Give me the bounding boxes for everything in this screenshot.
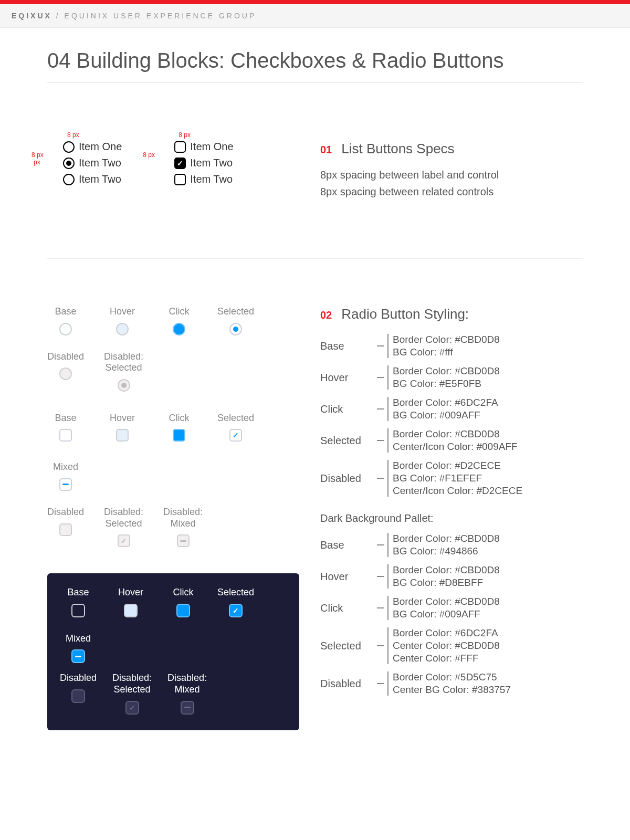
spec-state-name: Disabled: [320, 458, 373, 499]
brace-icon: [377, 669, 388, 698]
dark-checkbox-hover[interactable]: [124, 604, 138, 617]
radio-unchecked-icon[interactable]: [63, 141, 75, 153]
spec-line: Border Color: #D2CECE: [393, 460, 522, 471]
anno-8px-horiz: 8 px: [178, 131, 191, 139]
spec-lines: Border Color: #6DC2FACenter Color: #CBD0…: [393, 625, 500, 666]
checkbox-checked-icon[interactable]: [174, 158, 186, 169]
spec-lines: Border Color: #CBD0D8BG Color: #D8EBFF: [393, 562, 500, 591]
dark-background-panel: Base Hover Click Selected Mixed Disabled…: [47, 573, 299, 730]
checkbox-row[interactable]: Item One: [174, 141, 233, 153]
brace-icon: [377, 562, 388, 591]
dark-checkbox-base[interactable]: [71, 604, 85, 617]
checkbox-row[interactable]: Item Two: [174, 157, 233, 169]
spec-row: DisabledBorder Color: #D2CECEBG Color: #…: [320, 458, 583, 499]
checkbox-disabled-grid: Disabled Disabled: Selected Disabled: Mi…: [47, 507, 299, 547]
spec-line: Center Color: #FFF: [393, 653, 500, 664]
spec-row: ClickBorder Color: #CBD0D8BG Color: #009…: [320, 594, 583, 622]
spec-line: Border Color: #5D5C75: [393, 671, 511, 683]
radio-row[interactable]: Item One: [63, 141, 122, 153]
spec-lines: Border Color: #D2CECEBG Color: #F1EFEFCe…: [393, 458, 522, 499]
radio-disabled-grid: Disabled Disabled: Selected: [47, 351, 299, 392]
radio-disabled: [59, 368, 72, 380]
checkbox-unchecked-icon[interactable]: [174, 141, 186, 153]
dark-checkbox-disabled-mixed: [181, 701, 194, 715]
spec-line: Center BG Color: #383757: [393, 684, 511, 696]
brace-icon: [377, 395, 388, 423]
spec-row: SelectedBorder Color: #CBD0D8Center/Icon…: [320, 426, 583, 455]
page-title: 04 Building Blocks: Checkboxes & Radio B…: [47, 49, 583, 83]
radio-selected[interactable]: [229, 323, 242, 335]
dark-specs: BaseBorder Color: #CBD0D8BG Color: #4948…: [320, 531, 583, 698]
spec-lines: Border Color: #CBD0D8BG Color: #fff: [393, 332, 500, 360]
spec-line: Border Color: #6DC2FA: [393, 627, 500, 639]
checkbox-row[interactable]: Item Two: [174, 173, 233, 185]
spec-lines: Border Color: #6DC2FABG Color: #009AFF: [393, 395, 498, 423]
radio-row[interactable]: Item Two: [63, 173, 122, 185]
section-number: 01: [320, 144, 332, 156]
radio-hover[interactable]: [116, 323, 129, 335]
brace-icon: [377, 594, 388, 622]
checkbox-selected[interactable]: [229, 429, 242, 442]
checkbox-disabled-mixed: [177, 534, 190, 547]
checkbox-mixed[interactable]: [59, 478, 72, 491]
radio-base[interactable]: [59, 323, 72, 335]
brace-icon: [377, 363, 388, 392]
spec-state-name: Click: [320, 594, 373, 622]
light-specs: BaseBorder Color: #CBD0D8BG Color: #fffH…: [320, 332, 583, 499]
section-number: 02: [320, 309, 332, 321]
radio-states-grid: Base Hover Click Selected: [47, 306, 299, 335]
spec-lines: Border Color: #CBD0D8BG Color: #009AFF: [393, 594, 500, 622]
anno-8px-horiz: 8 px: [67, 131, 79, 139]
brace-icon: [377, 531, 388, 559]
spec-line: BG Color: #494866: [393, 545, 500, 557]
spec-state-name: Selected: [320, 625, 373, 666]
checkbox-unchecked-icon[interactable]: [174, 174, 186, 185]
checkbox-click[interactable]: [173, 429, 185, 442]
radio-demo-list: 8 px 8 px px Item One Item Two Item Two: [47, 141, 122, 185]
spec-state-name: Base: [320, 531, 373, 559]
spec-line: BG Color: #009AFF: [393, 410, 498, 421]
spec-line: BG Color: #009AFF: [393, 608, 500, 620]
brand-name: EQIXUX: [12, 12, 52, 20]
checkbox-disabled-selected: [118, 534, 130, 547]
dark-checkbox-selected[interactable]: [229, 604, 243, 617]
spec-state-name: Click: [320, 395, 373, 423]
divider: [47, 258, 583, 259]
spec-row: SelectedBorder Color: #6DC2FACenter Colo…: [320, 625, 583, 666]
spec-line: Border Color: #CBD0D8: [393, 365, 500, 377]
spec-row: BaseBorder Color: #CBD0D8BG Color: #4948…: [320, 531, 583, 559]
brand-sub: EQUINIX USER EXPERIENCE GROUP: [65, 12, 257, 20]
checkbox-disabled: [59, 523, 72, 536]
spec-row: HoverBorder Color: #CBD0D8BG Color: #D8E…: [320, 562, 583, 591]
brace-icon: [377, 332, 388, 360]
checkbox-demo-list: 8 px 8 px Item One Item Two Item Two: [159, 141, 233, 185]
radio-unchecked-icon[interactable]: [63, 174, 75, 185]
spec-state-name: Selected: [320, 426, 373, 455]
dark-pallet-heading: Dark Background Pallet:: [320, 512, 583, 524]
spec-line: Border Color: #CBD0D8: [393, 533, 500, 544]
spec-lines: Border Color: #CBD0D8BG Color: #494866: [393, 531, 500, 559]
checkbox-base[interactable]: [59, 429, 72, 442]
checkbox-hover[interactable]: [116, 429, 129, 442]
spec-state-name: Disabled: [320, 669, 373, 698]
spec-line: Border Color: #CBD0D8: [393, 564, 500, 576]
dark-checkbox-mixed[interactable]: [71, 649, 85, 663]
brace-icon: [377, 426, 388, 455]
spec-line: BG Color: #E5F0FB: [393, 378, 500, 390]
spec-state-name: Hover: [320, 562, 373, 591]
spec-line: BG Color: #fff: [393, 346, 500, 358]
anno-8px-vert: 8 px: [143, 151, 155, 159]
radio-row[interactable]: Item Two: [63, 157, 122, 169]
radio-click[interactable]: [173, 323, 185, 335]
spec-lines: Border Color: #CBD0D8BG Color: #E5F0FB: [393, 363, 500, 392]
spec-row: BaseBorder Color: #CBD0D8BG Color: #fff: [320, 332, 583, 360]
spec-state-name: Base: [320, 332, 373, 360]
section-list-buttons: 8 px 8 px px Item One Item Two Item Two: [47, 141, 583, 200]
dark-checkbox-click[interactable]: [176, 604, 190, 617]
brand-bar: [0, 0, 630, 4]
spec-line: Center/Icon Color: #009AFF: [393, 441, 518, 453]
anno-8px-vert: 8 px: [32, 151, 44, 159]
radio-checked-icon[interactable]: [63, 158, 75, 169]
dark-checkbox-disabled: [71, 689, 85, 703]
spec-state-name: Hover: [320, 363, 373, 392]
